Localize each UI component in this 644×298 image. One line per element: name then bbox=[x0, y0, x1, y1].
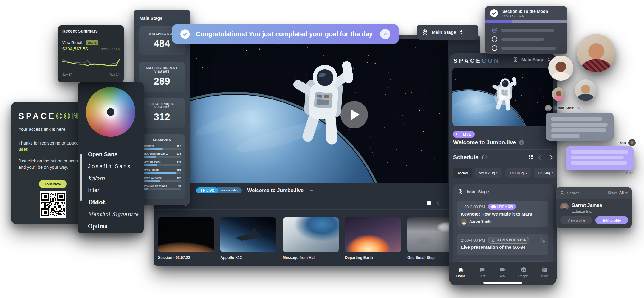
participant-avatar[interactable] bbox=[577, 34, 615, 72]
growth-badge: +5.7% bbox=[86, 40, 98, 45]
smiley-icon bbox=[520, 266, 527, 273]
participant-avatar[interactable] bbox=[575, 79, 596, 101]
video-thumbnail[interactable]: Appollo X12 bbox=[220, 217, 276, 260]
schedule-day-tab[interactable]: Fri Aug 7 bbox=[534, 168, 557, 178]
info-icon[interactable]: i bbox=[519, 140, 524, 145]
session-row[interactable]: Breakout Sessions18 bbox=[143, 185, 181, 190]
session-row[interactable]: Wecome467 bbox=[143, 144, 181, 150]
session-value: 18 bbox=[178, 185, 181, 188]
view-profile-button[interactable]: View profile bbox=[560, 216, 592, 224]
people-search-bar[interactable]: Search Show: All bbox=[556, 187, 632, 199]
divider bbox=[154, 209, 480, 210]
play-button[interactable] bbox=[340, 101, 368, 128]
stream-title: Welcome to Jumbo.live bbox=[453, 139, 516, 146]
nav-item-home[interactable]: Home bbox=[453, 262, 469, 285]
search-input[interactable]: Search bbox=[567, 191, 605, 195]
thumbnail-caption: Session - 03.07.22 bbox=[158, 256, 214, 260]
font-option[interactable]: Inter bbox=[88, 184, 139, 196]
session-row[interactable]: Day 2 Wecome392 bbox=[143, 176, 181, 182]
calendar-add-icon[interactable] bbox=[540, 238, 545, 243]
audio-wave-icon bbox=[491, 205, 496, 208]
you-label: You bbox=[619, 141, 626, 145]
font-option[interactable]: Open Sans bbox=[88, 148, 139, 160]
profile-avatar[interactable] bbox=[560, 203, 569, 211]
video-thumbnail[interactable]: Session - 03.07.22 bbox=[158, 217, 214, 260]
audio-wave-icon bbox=[456, 133, 461, 136]
sessions-tile: SESSIONS Wecome467Q&A Session Day 1124Ke… bbox=[139, 134, 185, 199]
schedule-day-tabs: TodayWed Aug 5Thu Aug 6Fri Aug 7 bbox=[453, 168, 557, 178]
shuttle-silhouette bbox=[236, 228, 261, 241]
chat-message-outgoing[interactable] bbox=[566, 146, 634, 170]
scrollbar[interactable] bbox=[80, 154, 82, 201]
range-start: July 14 bbox=[62, 73, 72, 76]
video-thumbnail[interactable]: Message from Hal bbox=[283, 217, 339, 260]
schedule-day-tab[interactable]: Today bbox=[453, 168, 472, 178]
live-video-thumbnail[interactable] bbox=[452, 68, 553, 126]
stage-selector-dropdown[interactable]: Main Stage bbox=[417, 25, 478, 40]
congratulations-banner[interactable]: Congratulations! You just completed your… bbox=[172, 24, 399, 44]
home-indicator[interactable] bbox=[483, 282, 522, 284]
task-placeholder bbox=[501, 47, 556, 50]
session-value: 124 bbox=[177, 152, 181, 155]
chat-bubble-icon bbox=[479, 266, 485, 273]
font-option[interactable]: Optima bbox=[88, 220, 139, 232]
chat-message-incoming[interactable] bbox=[546, 113, 614, 141]
session-row[interactable]: Keynote Panel340 bbox=[143, 160, 181, 166]
video-camera-icon bbox=[499, 266, 506, 273]
speaker-name: Aaron Smith bbox=[469, 219, 491, 224]
participant-avatar[interactable] bbox=[548, 56, 573, 81]
nav-item-trivia[interactable]: Trivia bbox=[536, 262, 553, 285]
hourglass-icon bbox=[491, 239, 494, 242]
chat-sender-avatar[interactable] bbox=[545, 105, 552, 111]
recent-summary-card: Recent Summary View Growth +5.7% $234,56… bbox=[58, 25, 124, 82]
stage-selector-label: Main Stage bbox=[432, 30, 456, 35]
stage-selector-dropdown[interactable]: Main Stage bbox=[512, 56, 550, 63]
join-now-button[interactable]: Join Now bbox=[39, 180, 67, 188]
participant-avatar[interactable] bbox=[552, 87, 565, 101]
font-option[interactable]: Kalam bbox=[88, 172, 139, 184]
open-arrow-button[interactable] bbox=[380, 29, 390, 39]
sessions-title: SESSIONS bbox=[139, 138, 185, 142]
starts-in-badge: STARTS IN 00:41:26 bbox=[488, 237, 529, 244]
font-option[interactable]: Menthol Signature bbox=[88, 208, 139, 220]
your-avatar[interactable] bbox=[628, 139, 636, 146]
show-filter-dropdown[interactable]: Show: All bbox=[608, 191, 628, 195]
share-icon[interactable] bbox=[309, 188, 314, 193]
font-option[interactable]: Josefin Sans bbox=[88, 160, 139, 172]
chevron-left-icon[interactable] bbox=[538, 155, 543, 160]
session-value: 467 bbox=[177, 144, 181, 147]
schedule-item-upcoming[interactable]: 2:00-4:00 PM STARTS IN 00:41:26 Li bbox=[457, 234, 548, 255]
achievement-seal-icon bbox=[180, 29, 191, 39]
checklist-item[interactable] bbox=[492, 45, 556, 51]
color-wheel[interactable] bbox=[86, 87, 135, 137]
checklist-item[interactable] bbox=[492, 36, 544, 42]
schedule-item-live[interactable]: 1:00-2:00 PM LIVE NOW Keynote: How we ma… bbox=[457, 201, 548, 227]
session-bar-fill bbox=[143, 172, 177, 174]
sessions-list: Wecome467Q&A Session Day 1124Keynote Pan… bbox=[143, 144, 181, 193]
grid-view-icon[interactable] bbox=[529, 155, 533, 159]
session-row[interactable]: Q&A Session Day 1124 bbox=[143, 152, 181, 158]
font-option[interactable]: Didot bbox=[88, 196, 139, 208]
session-row[interactable]: Day 1 Recap988 bbox=[143, 168, 181, 174]
session-time: 1:00-2:00 PM bbox=[461, 205, 485, 209]
banner-message: Congratulations! You just completed your… bbox=[196, 30, 373, 38]
video-thumbnail[interactable]: Departing Earth bbox=[345, 217, 401, 260]
message-placeholder-line bbox=[571, 156, 624, 159]
message-timestamp: 11:20 bbox=[626, 171, 633, 175]
message-placeholder-line bbox=[571, 150, 628, 154]
qr-code bbox=[40, 191, 66, 218]
grid-view-icon[interactable] bbox=[427, 201, 431, 205]
calendar-add-icon[interactable] bbox=[482, 155, 487, 160]
edit-profile-button[interactable]: Edit profile bbox=[595, 216, 628, 224]
live-video-player[interactable] bbox=[190, 39, 448, 183]
checklist-item-done[interactable] bbox=[492, 27, 554, 33]
section-progress-card: Section 8: To the Moon 33% Complete bbox=[485, 6, 567, 54]
schedule-day-tab[interactable]: Wed Aug 5 bbox=[475, 168, 502, 178]
play-button[interactable] bbox=[494, 89, 511, 105]
chevron-right-icon[interactable] bbox=[548, 155, 553, 160]
chevron-left-icon[interactable] bbox=[437, 201, 442, 206]
schedule-day-tab[interactable]: Thu Aug 6 bbox=[505, 168, 531, 178]
session-bar-track bbox=[143, 164, 181, 166]
progress-bar-fill bbox=[485, 20, 512, 23]
star-badge-icon: ★ bbox=[577, 106, 581, 110]
